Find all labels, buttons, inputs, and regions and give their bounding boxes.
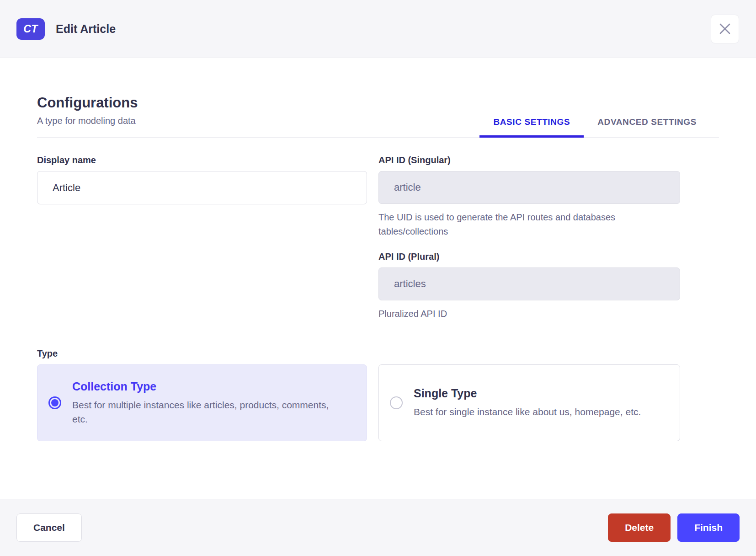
display-name-label: Display name <box>37 155 367 166</box>
display-name-field: Display name <box>37 155 367 321</box>
api-id-plural-field: API ID (Plural) Pluralized API ID <box>378 251 680 321</box>
cancel-button[interactable]: Cancel <box>16 513 82 542</box>
single-type-texts: Single Type Best for single instance lik… <box>414 387 641 419</box>
modal-header: CT Edit Article <box>0 0 756 58</box>
modal-body: Configurations A type for modeling data … <box>0 58 756 499</box>
section-title: Configurations <box>37 95 138 111</box>
api-id-plural-hint: Pluralized API ID <box>378 307 680 321</box>
modal-title: Edit Article <box>56 22 116 36</box>
radio-dot <box>51 399 59 406</box>
configurations-header-row: Configurations A type for modeling data … <box>37 95 719 138</box>
modal-footer: Cancel Delete Finish <box>0 499 756 556</box>
api-id-singular-field: API ID (Singular) The UID is used to gen… <box>378 155 680 239</box>
edit-article-modal: CT Edit Article Configurations A type fo… <box>0 0 756 556</box>
collection-type-description: Best for multiple instances like article… <box>72 398 337 426</box>
api-id-singular-hint: The UID is used to generate the API rout… <box>378 210 680 239</box>
api-id-plural-input <box>378 267 680 300</box>
configuration-form: Display name API ID (Singular) The UID i… <box>37 155 719 321</box>
section-subtitle: A type for modeling data <box>37 116 138 126</box>
collection-type-title: Collection Type <box>72 380 337 393</box>
collection-type-texts: Collection Type Best for multiple instan… <box>72 380 337 426</box>
settings-tabs: BASIC SETTINGS ADVANCED SETTINGS <box>479 117 710 137</box>
single-type-option[interactable]: Single Type Best for single instance lik… <box>378 364 680 441</box>
single-type-radio[interactable] <box>390 396 403 409</box>
type-label: Type <box>37 348 719 359</box>
content-type-badge: CT <box>16 18 45 40</box>
footer-actions: Delete Finish <box>608 513 740 542</box>
collection-type-radio[interactable] <box>48 396 61 409</box>
close-button[interactable] <box>711 15 739 43</box>
collection-type-option[interactable]: Collection Type Best for multiple instan… <box>37 364 367 441</box>
single-type-description: Best for single instance like about us, … <box>414 405 641 419</box>
single-type-title: Single Type <box>414 387 641 400</box>
finish-button[interactable]: Finish <box>677 513 740 542</box>
close-icon <box>719 23 731 35</box>
delete-button[interactable]: Delete <box>608 513 671 542</box>
api-id-column: API ID (Singular) The UID is used to gen… <box>378 155 680 321</box>
type-section: Type Collection Type Best for multiple i… <box>37 348 719 441</box>
type-options: Collection Type Best for multiple instan… <box>37 364 719 441</box>
api-id-singular-input <box>378 171 680 204</box>
tab-advanced-settings[interactable]: ADVANCED SETTINGS <box>584 117 710 137</box>
tab-basic-settings[interactable]: BASIC SETTINGS <box>479 117 584 137</box>
api-id-plural-label: API ID (Plural) <box>378 251 680 262</box>
display-name-input[interactable] <box>37 171 367 204</box>
configurations-heading: Configurations A type for modeling data <box>37 95 138 137</box>
api-id-singular-label: API ID (Singular) <box>378 155 680 166</box>
